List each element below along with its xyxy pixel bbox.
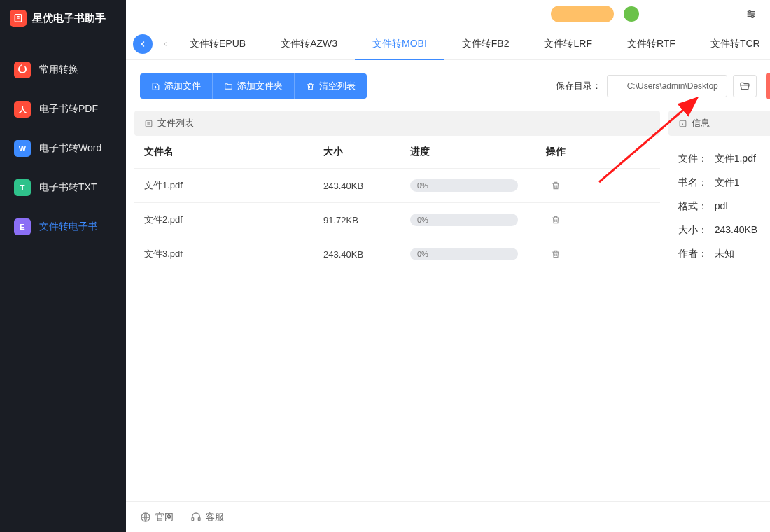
add-file-button[interactable]: 添加文件 — [140, 74, 212, 99]
format-tabs-row: 文件转EPUB 文件转AZW3 文件转MOBI 文件转FB2 文件转LRF 文件… — [126, 28, 770, 60]
info-value: pdf — [715, 200, 728, 213]
tab-azw3[interactable]: 文件转AZW3 — [263, 28, 355, 60]
col-name: 文件名 — [144, 146, 323, 158]
tab-mobi[interactable]: 文件转MOBI — [355, 28, 444, 60]
tab-lrf[interactable]: 文件转LRF — [526, 28, 609, 60]
file-button-group: 添加文件 添加文件夹 清空列表 — [140, 74, 367, 99]
user-avatar[interactable] — [624, 6, 639, 22]
file-list-panel: 文件列表 文件名 大小 进度 操作 文件1.pdf 243.40KB 0% 文件… — [134, 111, 660, 493]
pdf-icon: 人 — [14, 101, 31, 118]
sidebar-label: 文件转电子书 — [39, 220, 98, 233]
folder-add-icon — [224, 82, 233, 91]
save-dir-label: 保存目录： — [556, 80, 601, 92]
cell-size: 243.40KB — [323, 249, 410, 260]
sidebar-item-txt[interactable]: T 电子书转TXT — [0, 168, 126, 207]
info-row: 格式：pdf — [668, 195, 770, 218]
file-add-icon — [151, 82, 160, 91]
promo-pill[interactable] — [551, 6, 614, 22]
delete-row-button[interactable] — [535, 249, 577, 259]
trash-icon — [551, 215, 561, 225]
minimize-button[interactable] — [765, 0, 770, 28]
app-title: 星优电子书助手 — [32, 12, 106, 25]
cell-size: 91.72KB — [323, 215, 410, 225]
svg-rect-20 — [192, 517, 194, 520]
settings-button[interactable] — [737, 0, 765, 28]
tab-fb2[interactable]: 文件转FB2 — [444, 28, 527, 60]
tab-tcr[interactable]: 文件转TCR — [693, 28, 770, 60]
app-logo-row: 星优电子书助手 — [0, 0, 126, 36]
add-folder-button[interactable]: 添加文件夹 — [212, 74, 294, 99]
word-icon: W — [14, 140, 31, 157]
cell-name: 文件3.pdf — [144, 248, 323, 260]
list-icon — [144, 119, 153, 128]
sidebar-label: 常用转换 — [39, 64, 78, 76]
col-op: 操作 — [535, 146, 577, 158]
info-row: 作者：未知 — [668, 242, 770, 266]
clear-list-button[interactable]: 清空列表 — [294, 74, 367, 99]
info-key: 大小： — [678, 224, 708, 237]
delete-row-button[interactable] — [535, 215, 577, 225]
trash-icon — [306, 82, 315, 91]
table-row[interactable]: 文件3.pdf 243.40KB 0% — [134, 237, 660, 271]
info-icon — [678, 119, 687, 128]
info-row: 文件：文件1.pdf — [668, 147, 770, 171]
sidebar-label: 电子书转PDF — [39, 103, 98, 115]
cell-name: 文件1.pdf — [144, 179, 323, 192]
sidebar-item-pdf[interactable]: 人 电子书转PDF — [0, 90, 126, 129]
titlebar — [126, 0, 770, 28]
table-row[interactable]: 文件1.pdf 243.40KB 0% — [134, 168, 660, 202]
folder-open-icon — [739, 80, 750, 92]
sidebar-item-common[interactable]: 常用转换 — [0, 50, 126, 90]
content-area: 文件列表 文件名 大小 进度 操作 文件1.pdf 243.40KB 0% 文件… — [126, 111, 770, 501]
cell-progress: 0% — [410, 214, 535, 226]
trash-icon — [551, 181, 561, 190]
sidebar-label: 电子书转TXT — [39, 181, 97, 194]
cell-name: 文件2.pdf — [144, 214, 323, 226]
sidebar-item-ebook[interactable]: E 文件转电子书 — [0, 207, 126, 246]
globe-icon — [140, 512, 151, 523]
save-path-input[interactable] — [607, 75, 727, 97]
start-convert-button[interactable]: 开始转换 — [766, 73, 770, 99]
action-toolbar: 添加文件 添加文件夹 清空列表 保存目录： 开始转换 — [126, 60, 770, 111]
info-key: 文件： — [678, 153, 708, 165]
sidebar-item-word[interactable]: W 电子书转Word — [0, 129, 126, 168]
main-area: 文件转EPUB 文件转AZW3 文件转MOBI 文件转FB2 文件转LRF 文件… — [126, 0, 770, 532]
support-link[interactable]: 客服 — [190, 511, 224, 524]
info-value: 243.40KB — [715, 224, 758, 237]
cell-progress: 0% — [410, 179, 535, 192]
txt-icon: T — [14, 179, 31, 196]
tab-rtf[interactable]: 文件转RTF — [610, 28, 693, 60]
svg-point-7 — [751, 15, 753, 18]
col-size: 大小 — [323, 146, 410, 158]
info-value: 文件1.pdf — [715, 153, 756, 165]
cell-size: 243.40KB — [323, 181, 410, 191]
sidebar: 星优电子书助手 常用转换 人 电子书转PDF W 电子书转Word T 电子书转… — [0, 0, 126, 532]
info-body: 文件：文件1.pdf书名：文件1格式：pdf大小：243.40KB作者：未知 — [668, 136, 770, 277]
col-progress: 进度 — [410, 146, 535, 158]
official-site-link[interactable]: 官网 — [140, 511, 174, 524]
info-value: 未知 — [715, 248, 734, 260]
table-row[interactable]: 文件2.pdf 91.72KB 0% — [134, 202, 660, 237]
info-row: 大小：243.40KB — [668, 218, 770, 242]
headset-icon — [190, 512, 202, 523]
table-header: 文件名 大小 进度 操作 — [134, 136, 660, 168]
sidebar-nav: 常用转换 人 电子书转PDF W 电子书转Word T 电子书转TXT E 文件… — [0, 36, 126, 246]
format-tabs: 文件转EPUB 文件转AZW3 文件转MOBI 文件转FB2 文件转LRF 文件… — [172, 28, 770, 60]
browse-folder-button[interactable] — [733, 75, 757, 97]
info-row: 书名：文件1 — [668, 171, 770, 195]
sidebar-label: 电子书转Word — [39, 142, 102, 155]
tabs-scroll-left[interactable] — [158, 41, 172, 48]
svg-rect-21 — [198, 517, 200, 520]
info-header: 信息 — [668, 111, 770, 136]
back-button[interactable] — [133, 34, 153, 54]
info-panel: 信息 文件：文件1.pdf书名：文件1格式：pdf大小：243.40KB作者：未… — [668, 111, 770, 493]
fire-icon — [14, 62, 31, 78]
delete-row-button[interactable] — [535, 181, 577, 190]
ebook-icon: E — [14, 218, 31, 235]
table-body: 文件1.pdf 243.40KB 0% 文件2.pdf 91.72KB 0% 文… — [134, 168, 660, 271]
svg-point-6 — [748, 10, 750, 13]
info-key: 书名： — [678, 176, 708, 189]
info-key: 作者： — [678, 248, 708, 260]
tab-epub[interactable]: 文件转EPUB — [172, 28, 263, 60]
trash-icon — [551, 249, 561, 259]
